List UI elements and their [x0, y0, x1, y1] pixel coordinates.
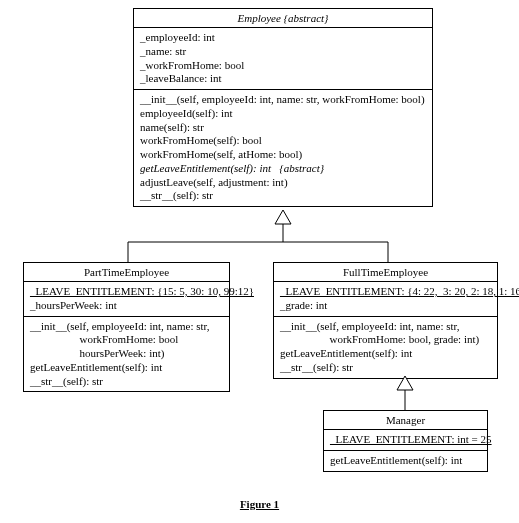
method-line: name(self): str: [140, 121, 426, 135]
method-line: workFromHome(self): bool: [140, 134, 426, 148]
static-const: _LEAVE_ENTITLEMENT: {4: 22, 3: 20, 2: 18…: [280, 285, 491, 299]
static-const: _LEAVE_ENTITLEMENT: int = 25: [330, 433, 481, 447]
class-parttime-title: PartTimeEmployee: [24, 263, 229, 282]
class-manager-title: Manager: [324, 411, 487, 430]
class-fulltime: FullTimeEmployee _LEAVE_ENTITLEMENT: {4:…: [273, 262, 498, 379]
svg-marker-0: [275, 210, 291, 224]
method-line: __str__(self): str: [280, 361, 491, 375]
figure-caption: Figure 1: [0, 498, 519, 510]
attr-line: _employeeId: int: [140, 31, 426, 45]
class-employee-methods: __init__(self, employeeId: int, name: st…: [134, 90, 432, 206]
attr-line: _hoursPerWeek: int: [30, 299, 223, 313]
method-line: employeeId(self): int: [140, 107, 426, 121]
attr-line: _leaveBalance: int: [140, 72, 426, 86]
class-employee-title: Employee {abstract}: [134, 9, 432, 28]
method-line: __init__(self, employeeId: int, name: st…: [140, 93, 426, 107]
method-line: getLeaveEntitlement(self): int: [280, 347, 491, 361]
method-line: __str__(self): str: [140, 189, 426, 203]
class-fulltime-title: FullTimeEmployee: [274, 263, 497, 282]
class-manager: Manager _LEAVE_ENTITLEMENT: int = 25 get…: [323, 410, 488, 472]
method-line: __init__(self, employeeId: int, name: st…: [30, 320, 223, 334]
attr-line: _name: str: [140, 45, 426, 59]
method-line: getLeaveEntitlement(self): int: [330, 454, 481, 468]
method-line: workFromHome(self, atHome: bool): [140, 148, 426, 162]
class-fulltime-methods: __init__(self, employeeId: int, name: st…: [274, 317, 497, 378]
static-const: _LEAVE_ENTITLEMENT: {15: 5, 30: 10, 99:1…: [30, 285, 223, 299]
method-line: hoursPerWeek: int): [30, 347, 223, 361]
class-fulltime-attrs: _LEAVE_ENTITLEMENT: {4: 22, 3: 20, 2: 18…: [274, 282, 497, 317]
method-line: adjustLeave(self, adjustment: int): [140, 176, 426, 190]
class-parttime: PartTimeEmployee _LEAVE_ENTITLEMENT: {15…: [23, 262, 230, 392]
class-manager-attrs: _LEAVE_ENTITLEMENT: int = 25: [324, 430, 487, 451]
class-employee-attrs: _employeeId: int _name: str _workFromHom…: [134, 28, 432, 90]
method-line: getLeaveEntitlement(self): int {abstract…: [140, 162, 426, 176]
class-manager-methods: getLeaveEntitlement(self): int: [324, 451, 487, 471]
method-line: getLeaveEntitlement(self): int: [30, 361, 223, 375]
method-line: __str__(self): str: [30, 375, 223, 389]
class-employee: Employee {abstract} _employeeId: int _na…: [133, 8, 433, 207]
method-line: workFromHome: bool: [30, 333, 223, 347]
attr-line: _grade: int: [280, 299, 491, 313]
abstract-tag: {abstract}: [271, 162, 324, 174]
method-line: workFromHome: bool, grade: int): [280, 333, 491, 347]
class-parttime-methods: __init__(self, employeeId: int, name: st…: [24, 317, 229, 392]
class-parttime-attrs: _LEAVE_ENTITLEMENT: {15: 5, 30: 10, 99:1…: [24, 282, 229, 317]
abstract-method: getLeaveEntitlement(self): int: [140, 162, 271, 174]
attr-line: _workFromHome: bool: [140, 59, 426, 73]
method-line: __init__(self, employeeId: int, name: st…: [280, 320, 491, 334]
